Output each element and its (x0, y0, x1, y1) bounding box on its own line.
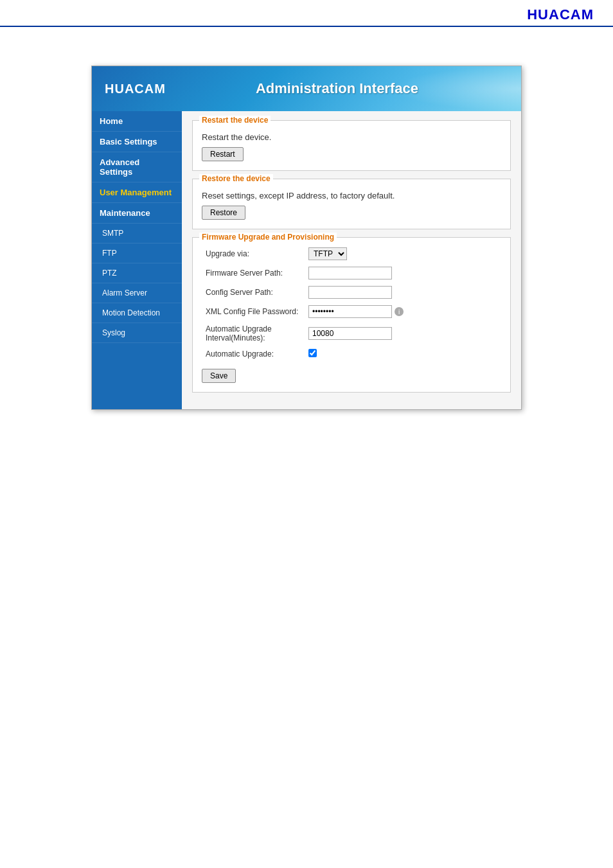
restart-legend: Restart the device (199, 116, 271, 125)
app-header: HUACAM Administration Interface (92, 66, 521, 111)
app-header-brand: HUACAM (105, 82, 166, 96)
auto-upgrade-interval-input[interactable] (308, 327, 392, 340)
app-header-title: Administration Interface (166, 80, 508, 97)
form-row-config-server: Config Server Path: (202, 283, 501, 302)
sidebar-item-smtp[interactable]: SMTP (92, 224, 182, 244)
firmware-form-table: Upgrade via: TFTP HTTP Firmware Server P… (202, 244, 501, 362)
label-firmware-server: Firmware Server Path: (202, 263, 305, 283)
label-auto-upgrade: Automatic Upgrade: (202, 346, 305, 362)
top-brand: HUACAM (527, 6, 594, 23)
form-row-firmware-server: Firmware Server Path: (202, 263, 501, 283)
auto-upgrade-checkbox[interactable] (308, 349, 317, 357)
sidebar-item-motion-detection[interactable]: Motion Detection (92, 303, 182, 323)
password-wrapper: i (308, 305, 497, 318)
app-container: HUACAM Administration Interface Home Bas… (91, 66, 522, 410)
form-row-auto-upgrade-interval: Automatic Upgrade Interval(Minutes): (202, 321, 501, 346)
sidebar-item-alarm-server[interactable]: Alarm Server (92, 283, 182, 303)
upgrade-via-select[interactable]: TFTP HTTP (308, 247, 347, 260)
content-area: Restart the device Restart the device. R… (182, 111, 521, 409)
form-row-upgrade-via: Upgrade via: TFTP HTTP (202, 244, 501, 263)
restore-section: Restore the device Reset settings, excep… (192, 179, 511, 229)
app-body: Home Basic Settings Advanced Settings Us… (92, 111, 521, 409)
xml-password-input[interactable] (308, 305, 392, 318)
password-info-icon[interactable]: i (395, 307, 404, 316)
sidebar-item-home[interactable]: Home (92, 111, 182, 132)
config-server-input[interactable] (308, 286, 392, 299)
label-upgrade-via: Upgrade via: (202, 244, 305, 263)
label-auto-upgrade-interval: Automatic Upgrade Interval(Minutes): (202, 321, 305, 346)
save-button[interactable]: Save (202, 369, 236, 383)
sidebar-item-advanced-settings[interactable]: Advanced Settings (92, 152, 182, 182)
sidebar-item-maintenance[interactable]: Maintenance (92, 203, 182, 224)
firmware-legend: Firmware Upgrade and Provisioning (199, 233, 337, 242)
sidebar-item-syslog[interactable]: Syslog (92, 323, 182, 343)
form-row-xml-password: XML Config File Password: i (202, 302, 501, 321)
sidebar-item-basic-settings[interactable]: Basic Settings (92, 132, 182, 152)
page-wrapper: HUACAM Administration Interface Home Bas… (0, 27, 613, 410)
restore-body: Reset settings, except IP address, to fa… (202, 191, 501, 200)
firmware-server-input[interactable] (308, 267, 392, 279)
form-row-auto-upgrade: Automatic Upgrade: (202, 346, 501, 362)
label-config-server: Config Server Path: (202, 283, 305, 302)
sidebar-item-ftp[interactable]: FTP (92, 244, 182, 263)
restore-legend: Restore the device (199, 174, 273, 183)
restore-button[interactable]: Restore (202, 206, 245, 220)
restart-button[interactable]: Restart (202, 147, 244, 161)
restart-body: Restart the device. (202, 132, 501, 142)
sidebar-item-user-management[interactable]: User Management (92, 182, 182, 203)
sidebar-item-ptz[interactable]: PTZ (92, 263, 182, 283)
firmware-section: Firmware Upgrade and Provisioning Upgrad… (192, 237, 511, 393)
sidebar: Home Basic Settings Advanced Settings Us… (92, 111, 182, 409)
restart-section: Restart the device Restart the device. R… (192, 120, 511, 171)
label-xml-password: XML Config File Password: (202, 302, 305, 321)
top-header: HUACAM (0, 0, 613, 27)
